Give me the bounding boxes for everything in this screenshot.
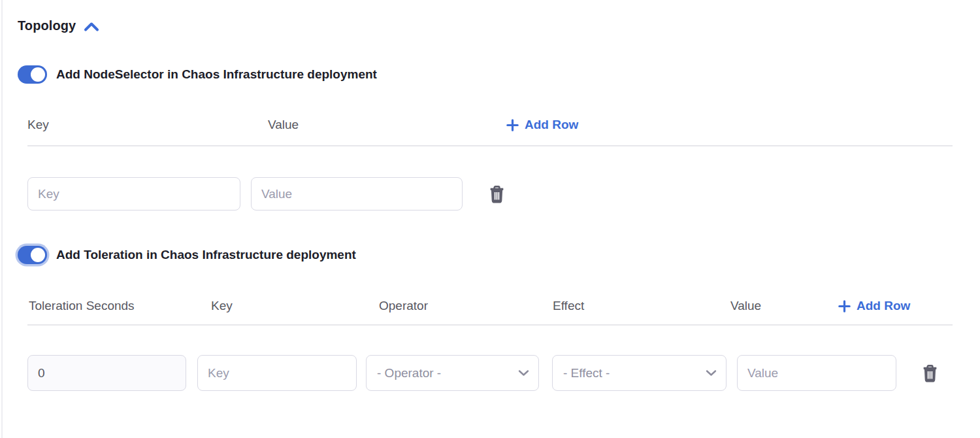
toleration-toggle-label: Add Toleration in Chaos Infrastructure d…: [56, 248, 356, 262]
plus-icon: [506, 119, 519, 131]
node-selector-value-input[interactable]: [251, 177, 463, 211]
column-header-operator: Operator: [379, 299, 553, 313]
toleration-delete-row-button[interactable]: [921, 363, 939, 382]
add-row-label: Add Row: [857, 299, 910, 313]
topology-panel: Topology Add NodeSelector in Chaos Infra…: [0, 0, 980, 438]
table-divider: [27, 145, 953, 146]
node-selector-row: [27, 177, 506, 211]
node-selector-toggle-label: Add NodeSelector in Chaos Infrastructure…: [56, 67, 377, 82]
effect-select[interactable]: - Effect -: [552, 355, 727, 391]
column-header-key: Key: [211, 299, 379, 313]
topology-section-toggle[interactable]: Topology: [18, 18, 99, 33]
node-selector-key-input[interactable]: [27, 177, 240, 211]
node-selector-toggle[interactable]: [18, 65, 47, 84]
toleration-add-row-button[interactable]: Add Row: [838, 299, 910, 313]
column-header-value: Value: [268, 118, 506, 132]
toleration-table-header: Toleration Seconds Key Operator Effect V…: [29, 299, 910, 313]
column-header-value: Value: [730, 299, 838, 313]
toleration-toggle-row: Add Toleration in Chaos Infrastructure d…: [18, 246, 356, 264]
toleration-seconds-input[interactable]: [27, 355, 186, 391]
toleration-row: - Operator - - Effect -: [27, 355, 939, 391]
column-header-key: Key: [27, 118, 268, 132]
toleration-key-input[interactable]: [197, 355, 357, 391]
node-selector-add-row-button[interactable]: Add Row: [506, 118, 578, 132]
effect-select-value: - Effect -: [563, 366, 610, 380]
operator-select[interactable]: - Operator -: [366, 355, 539, 391]
plus-icon: [838, 300, 851, 312]
operator-select-value: - Operator -: [377, 366, 441, 380]
toggle-knob: [31, 248, 45, 262]
node-selector-table-header: Key Value Add Row: [27, 118, 578, 132]
chevron-down-icon: [518, 369, 529, 377]
column-header-toleration-seconds: Toleration Seconds: [29, 299, 211, 313]
page-title: Topology: [18, 18, 76, 33]
chevron-down-icon: [706, 369, 717, 377]
chevron-up-icon[interactable]: [84, 22, 99, 32]
node-selector-delete-row-button[interactable]: [488, 184, 506, 203]
toleration-value-input[interactable]: [737, 355, 896, 391]
node-selector-toggle-row: Add NodeSelector in Chaos Infrastructure…: [18, 65, 377, 84]
toggle-knob: [31, 67, 45, 82]
trash-icon: [921, 363, 939, 382]
toleration-toggle[interactable]: [18, 246, 47, 264]
panel-left-border: [1, 0, 3, 438]
column-header-effect: Effect: [553, 299, 730, 313]
add-row-label: Add Row: [525, 118, 578, 132]
table-divider: [27, 324, 953, 326]
trash-icon: [488, 184, 506, 203]
